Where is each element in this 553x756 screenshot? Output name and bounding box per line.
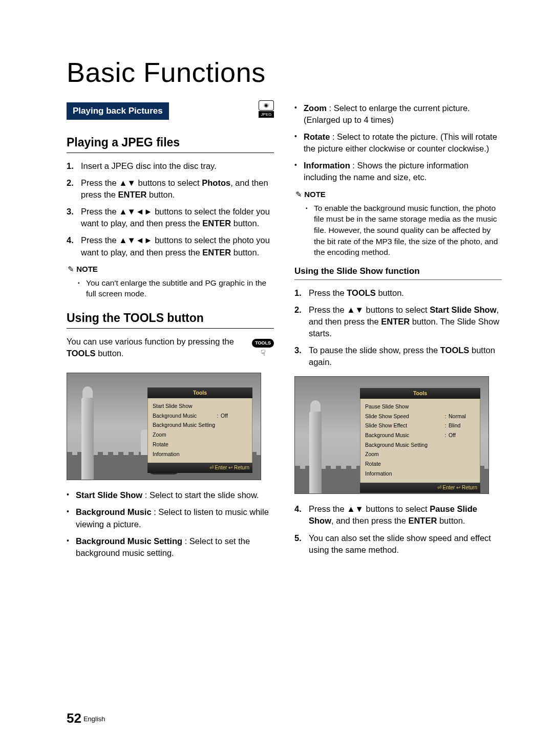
page-title: Basic Functions bbox=[67, 56, 502, 88]
right-column: •Zoom : Select to enlarge the current pi… bbox=[294, 102, 502, 564]
section-banner: Playing back Pictures bbox=[67, 102, 169, 120]
menu-row: Rotate bbox=[153, 440, 247, 449]
tools-options-list: •Start Slide Show : Select to start the … bbox=[67, 489, 274, 558]
menu-row: Slide Show Effect:Blind bbox=[365, 421, 475, 430]
menu-row: Zoom bbox=[365, 449, 475, 459]
note-heading: NOTE bbox=[295, 189, 502, 200]
heading-slide-show: Using the Slide Show function bbox=[294, 265, 502, 280]
step-item: 3.Press the ▲▼◄► buttons to select the f… bbox=[67, 206, 274, 229]
bullet-item: •Zoom : Select to enlarge the current pi… bbox=[294, 102, 502, 126]
tools-menu-1: Tools Start Slide ShowBackground Music:O… bbox=[147, 387, 252, 473]
note-item: ▪ To enable the background music functio… bbox=[306, 203, 502, 258]
menu-row: Information bbox=[365, 469, 475, 479]
menu-row: Zoom bbox=[153, 430, 247, 440]
jpeg-icon: ◉ JPEG bbox=[259, 100, 274, 118]
tools-menu-screenshot-2: Tools Pause Slide ShowSlide Show Speed:N… bbox=[294, 376, 489, 494]
left-column: Playing back Pictures ◉ JPEG Playing a J… bbox=[67, 102, 274, 564]
step-item: 1.Press the TOOLS button. bbox=[294, 287, 502, 299]
menu-footer: ⏎ Enter ↩ Return bbox=[360, 483, 480, 493]
tools-menu-2: Tools Pause Slide ShowSlide Show Speed:N… bbox=[360, 388, 480, 492]
page-footer: 52English bbox=[67, 710, 105, 726]
menu-footer: ⏎ Enter ↩ Return bbox=[147, 463, 252, 473]
step-item: 1.Insert a JPEG disc into the disc tray. bbox=[67, 160, 274, 172]
note-heading: NOTE bbox=[68, 264, 274, 274]
tools-button-icon: TOOLS ☟ bbox=[252, 336, 274, 359]
bullet-item: •Background Music Setting : Select to se… bbox=[67, 535, 274, 559]
steps-slide-show-a: 1.Press the TOOLS button.2.Press the ▲▼ … bbox=[294, 287, 502, 369]
note-item: ▪ You can't enlarge the subtitle and PG … bbox=[78, 277, 274, 299]
step-item: 4.Press the ▲▼ buttons to select Pause S… bbox=[294, 503, 502, 527]
step-item: 3.To pause the slide show, press the TOO… bbox=[294, 344, 502, 368]
heading-playing-jpeg: Playing a JPEG files bbox=[67, 134, 274, 153]
tools-menu-screenshot-1: Tools Start Slide ShowBackground Music:O… bbox=[67, 373, 261, 480]
tools-intro: TOOLS ☟ You can use various function by … bbox=[67, 336, 274, 359]
bullet-item: •Rotate : Select to rotate the picture. … bbox=[294, 131, 502, 155]
menu-row: Background Music:Off bbox=[153, 411, 247, 421]
steps-playing-jpeg: 1.Insert a JPEG disc into the disc tray.… bbox=[67, 160, 274, 258]
step-item: 2.Press the ▲▼ buttons to select Photos,… bbox=[67, 177, 274, 201]
steps-slide-show-b: 4.Press the ▲▼ buttons to select Pause S… bbox=[294, 503, 502, 555]
bullet-item: •Start Slide Show : Select to start the … bbox=[67, 489, 274, 501]
bullet-item: •Information : Shows the picture informa… bbox=[294, 160, 502, 183]
menu-row: Pause Slide Show bbox=[365, 402, 475, 412]
menu-title: Tools bbox=[147, 387, 252, 398]
two-column-layout: Playing back Pictures ◉ JPEG Playing a J… bbox=[67, 102, 502, 564]
bullet-item: •Background Music : Select to listen to … bbox=[67, 506, 274, 530]
menu-row: Background Music:Off bbox=[365, 430, 475, 440]
menu-title: Tools bbox=[360, 388, 480, 399]
tools-options-continued: •Zoom : Select to enlarge the current pi… bbox=[294, 102, 502, 184]
step-item: 2.Press the ▲▼ buttons to select Start S… bbox=[294, 304, 502, 339]
menu-row: Rotate bbox=[365, 459, 475, 469]
menu-row: Background Music Setting bbox=[153, 420, 247, 430]
menu-row: Information bbox=[153, 449, 247, 459]
menu-row: Slide Show Speed:Normal bbox=[365, 412, 475, 421]
step-item: 5.You can also set the slide show speed … bbox=[294, 532, 502, 556]
menu-row: Background Music Setting bbox=[365, 440, 475, 450]
menu-row: Start Slide Show bbox=[153, 401, 247, 411]
step-item: 4.Press the ▲▼◄► buttons to select the p… bbox=[67, 234, 274, 258]
heading-tools-button: Using the TOOLS button bbox=[67, 310, 274, 329]
